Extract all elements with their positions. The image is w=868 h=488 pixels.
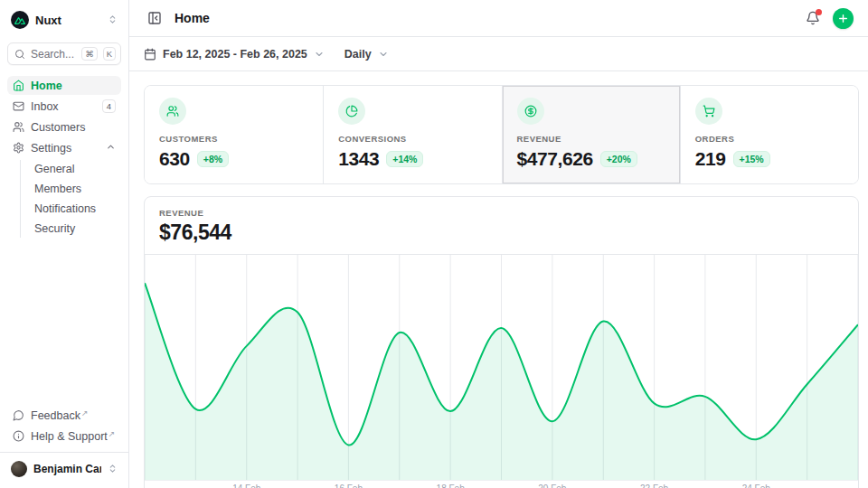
x-tick-label: 20 Feb: [538, 483, 566, 488]
chart-header: REVENUE $76,544: [145, 197, 858, 255]
external-link-icon: ↗: [81, 408, 89, 418]
kbd-cmd: ⌘: [81, 47, 98, 61]
sidebar-spacer: [7, 238, 121, 406]
sidebar-item-customers[interactable]: Customers: [7, 117, 121, 136]
sidebar-nav: Home Inbox 4 Customers Settings General: [7, 76, 121, 238]
stat-card-customers[interactable]: CUSTOMERS 630 +8%: [145, 86, 323, 183]
revenue-chart-card: REVENUE $76,544 14 Feb16 Feb18 Feb20 Feb…: [144, 196, 859, 488]
circle-dollar-icon: [517, 98, 544, 125]
stat-value: 630: [159, 148, 190, 170]
delta-badge: +8%: [197, 151, 229, 167]
main-area: Home Feb 12, 2025 - Feb 26, 2025 Daily: [129, 0, 868, 488]
period-value: Daily: [344, 48, 372, 61]
pie-chart-icon: [338, 98, 365, 125]
stat-card-conversions[interactable]: CONVERSIONS 1343 +14%: [323, 86, 501, 183]
sidebar-item-label: Home: [31, 80, 116, 92]
workspace-selector[interactable]: Nuxt: [7, 9, 121, 31]
user-avatar: [11, 461, 27, 477]
sidebar-item-feedback[interactable]: Feedback↗: [7, 406, 121, 425]
workspace-name: Nuxt: [35, 14, 101, 27]
x-tick-label: 14 Feb: [232, 483, 260, 488]
stat-value: $477,626: [517, 148, 593, 170]
sidebar-item-inbox[interactable]: Inbox 4: [7, 97, 121, 116]
shopping-cart-icon: [695, 98, 722, 125]
sidebar-subitem-label: Security: [34, 222, 116, 235]
filters-toolbar: Feb 12, 2025 - Feb 26, 2025 Daily: [129, 37, 868, 71]
add-button[interactable]: [833, 8, 854, 29]
external-link-icon: ↗: [108, 429, 116, 438]
chevron-up-icon: [106, 142, 116, 155]
x-tick-label: 16 Feb: [335, 483, 363, 488]
stat-label: CUSTOMERS: [159, 134, 308, 144]
stat-label: CONVERSIONS: [338, 134, 486, 144]
page-title: Home: [175, 11, 793, 25]
x-tick-label: 22 Feb: [640, 483, 668, 488]
user-menu-button[interactable]: Benjamin Canac: [7, 455, 121, 483]
stat-label: ORDERS: [695, 134, 844, 144]
stat-card-revenue[interactable]: REVENUE $477,626 +20%: [502, 86, 680, 183]
chevrons-up-down-icon: [108, 12, 118, 28]
chevron-down-icon: [314, 49, 325, 60]
users-icon: [159, 98, 186, 125]
sidebar-item-label: Customers: [31, 121, 116, 134]
nuxt-logo-glyph: [14, 15, 25, 24]
sidebar-item-settings[interactable]: Settings: [7, 138, 121, 157]
sidebar-item-general[interactable]: General: [29, 160, 121, 178]
sidebar-subitem-label: General: [34, 163, 116, 175]
sidebar-item-label: Settings: [31, 142, 99, 155]
plus-icon: [837, 13, 849, 24]
collapse-sidebar-button[interactable]: [144, 7, 165, 29]
stat-value: 219: [695, 148, 726, 170]
home-icon: [13, 80, 24, 91]
x-axis-labels: 14 Feb16 Feb18 Feb20 Feb22 Feb24 Feb: [145, 481, 858, 488]
sidebar-footer-nav: Feedback↗ Help & Support↗: [7, 406, 121, 446]
inbox-count-badge: 4: [102, 99, 116, 113]
sidebar-item-help-support[interactable]: Help & Support↗: [7, 427, 121, 446]
sidebar-item-label: Inbox: [31, 100, 96, 113]
nuxt-logo-icon: [11, 11, 29, 29]
sidebar-item-notifications[interactable]: Notifications: [29, 200, 121, 218]
stat-label: REVENUE: [517, 134, 665, 144]
message-circle-icon: [13, 409, 24, 421]
settings-subnav: General Members Notifications Security: [20, 160, 121, 238]
sidebar-item-label: Help & Support↗: [31, 430, 116, 443]
sidebar-item-home[interactable]: Home: [7, 76, 121, 95]
sidebar-subitem-label: Notifications: [34, 202, 116, 215]
top-header: Home: [129, 0, 868, 37]
delta-badge: +20%: [600, 151, 637, 167]
sidebar: Nuxt ⌘ K Home Inbox 4 Customers: [0, 0, 129, 488]
revenue-chart-svg: [145, 255, 858, 480]
chevrons-up-down-icon: [108, 461, 118, 477]
notification-dot: [816, 9, 822, 15]
delta-badge: +15%: [733, 151, 770, 167]
period-select[interactable]: Daily: [344, 48, 389, 61]
info-circle-icon: [13, 430, 24, 442]
search-input[interactable]: [31, 48, 76, 61]
sidebar-item-label: Feedback↗: [31, 409, 116, 422]
sidebar-item-members[interactable]: Members: [29, 180, 121, 198]
chevron-down-icon: [378, 49, 389, 60]
search-icon: [14, 49, 25, 60]
divider: [0, 452, 128, 453]
calendar-icon: [144, 48, 156, 61]
stat-card-orders[interactable]: ORDERS 219 +15%: [680, 86, 858, 183]
stats-row: CUSTOMERS 630 +8% CONVERSIONS 1343 +14%: [144, 85, 859, 184]
date-range-picker[interactable]: Feb 12, 2025 - Feb 26, 2025: [144, 48, 325, 61]
chart-metric-label: REVENUE: [159, 208, 844, 218]
search-input-wrap: ⌘ K: [7, 42, 121, 65]
stat-value: 1343: [338, 148, 379, 170]
x-tick-label: 18 Feb: [437, 483, 465, 488]
users-icon: [13, 121, 24, 133]
user-name: Benjamin Canac: [33, 463, 101, 475]
x-tick-label: 24 Feb: [742, 483, 770, 488]
notifications-button[interactable]: [802, 7, 824, 29]
sidebar-item-security[interactable]: Security: [29, 220, 121, 238]
sidebar-subitem-label: Members: [34, 183, 116, 195]
inbox-icon: [13, 100, 24, 112]
dashboard-content: CUSTOMERS 630 +8% CONVERSIONS 1343 +14%: [129, 71, 868, 488]
revenue-area-chart[interactable]: [145, 255, 858, 481]
panel-left-close-icon: [147, 11, 162, 25]
kbd-k: K: [103, 47, 116, 61]
delta-badge: +14%: [386, 151, 423, 167]
dashboard-app: Nuxt ⌘ K Home Inbox 4 Customers: [0, 0, 868, 488]
